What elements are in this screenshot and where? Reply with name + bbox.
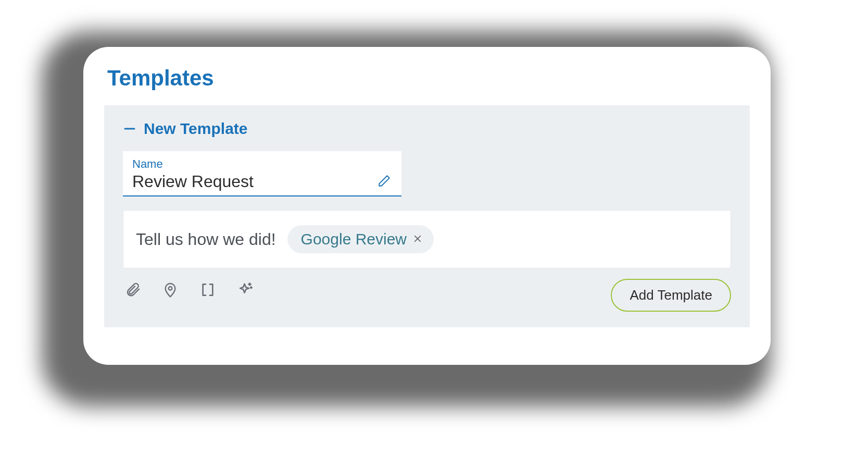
close-icon — [413, 232, 422, 246]
templates-card: Templates New Template Name — [83, 47, 771, 365]
attach-button[interactable] — [123, 281, 143, 301]
add-template-button[interactable]: Add Template — [611, 279, 731, 312]
message-text: Tell us how we did! — [136, 230, 276, 249]
stage: Templates New Template Name — [0, 0, 868, 455]
brackets-icon — [199, 281, 216, 300]
message-compose-block[interactable]: Tell us how we did! Google Review — [123, 210, 731, 268]
star-sparkle-icon — [236, 281, 254, 301]
toolbar — [123, 279, 255, 301]
name-field-block: Name — [123, 151, 401, 196]
name-field-row — [132, 172, 392, 191]
panel-header-label: New Template — [144, 120, 248, 138]
sparkle-button[interactable] — [235, 281, 255, 301]
chip-label: Google Review — [301, 230, 407, 248]
location-pin-icon — [162, 281, 179, 300]
new-template-panel: New Template Name Tell us how — [104, 105, 750, 327]
panel-footer: Add Template — [123, 279, 731, 312]
location-button[interactable] — [160, 281, 180, 301]
collapse-icon — [123, 122, 136, 135]
pencil-icon — [378, 174, 391, 190]
name-field-label: Name — [132, 157, 392, 171]
page-title: Templates — [107, 66, 750, 91]
panel-header[interactable]: New Template — [123, 120, 731, 138]
paperclip-icon — [124, 281, 141, 300]
name-input[interactable] — [132, 172, 351, 191]
chip-remove-button[interactable] — [413, 233, 422, 245]
svg-point-3 — [169, 287, 172, 290]
edit-name-button[interactable] — [376, 174, 392, 190]
chip-google-review[interactable]: Google Review — [287, 225, 434, 253]
placeholder-button[interactable] — [198, 281, 218, 301]
